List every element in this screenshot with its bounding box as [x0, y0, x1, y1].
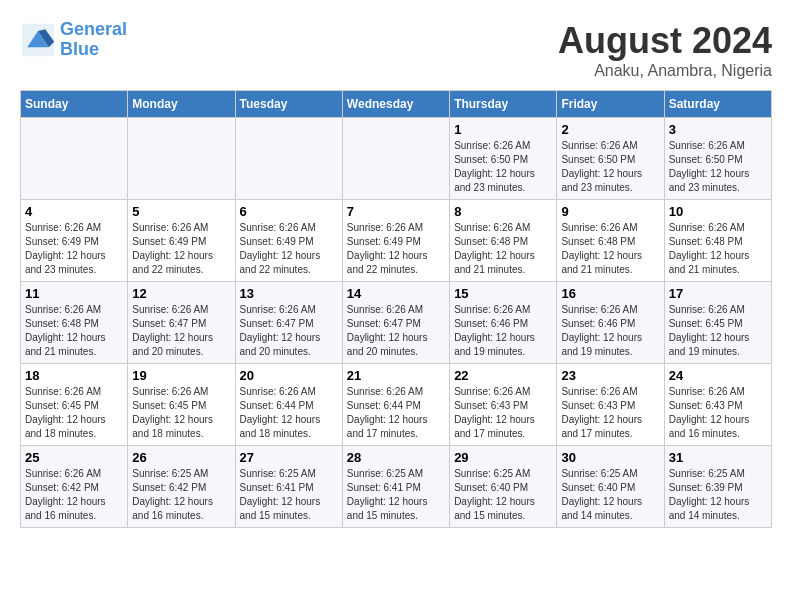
- day-number: 25: [25, 450, 123, 465]
- day-info: Sunrise: 6:25 AM Sunset: 6:41 PM Dayligh…: [240, 467, 338, 523]
- calendar-table: SundayMondayTuesdayWednesdayThursdayFrid…: [20, 90, 772, 528]
- day-number: 2: [561, 122, 659, 137]
- day-cell: 10Sunrise: 6:26 AM Sunset: 6:48 PM Dayli…: [664, 200, 771, 282]
- day-number: 29: [454, 450, 552, 465]
- day-cell: 18Sunrise: 6:26 AM Sunset: 6:45 PM Dayli…: [21, 364, 128, 446]
- day-number: 12: [132, 286, 230, 301]
- day-number: 10: [669, 204, 767, 219]
- day-info: Sunrise: 6:26 AM Sunset: 6:48 PM Dayligh…: [25, 303, 123, 359]
- day-cell: 19Sunrise: 6:26 AM Sunset: 6:45 PM Dayli…: [128, 364, 235, 446]
- day-number: 3: [669, 122, 767, 137]
- day-cell: 13Sunrise: 6:26 AM Sunset: 6:47 PM Dayli…: [235, 282, 342, 364]
- day-number: 23: [561, 368, 659, 383]
- day-cell: 31Sunrise: 6:25 AM Sunset: 6:39 PM Dayli…: [664, 446, 771, 528]
- day-number: 27: [240, 450, 338, 465]
- main-title: August 2024: [558, 20, 772, 62]
- day-info: Sunrise: 6:26 AM Sunset: 6:44 PM Dayligh…: [347, 385, 445, 441]
- day-cell: [235, 118, 342, 200]
- week-row-5: 25Sunrise: 6:26 AM Sunset: 6:42 PM Dayli…: [21, 446, 772, 528]
- day-cell: 23Sunrise: 6:26 AM Sunset: 6:43 PM Dayli…: [557, 364, 664, 446]
- day-cell: [342, 118, 449, 200]
- day-info: Sunrise: 6:26 AM Sunset: 6:49 PM Dayligh…: [347, 221, 445, 277]
- day-info: Sunrise: 6:26 AM Sunset: 6:46 PM Dayligh…: [454, 303, 552, 359]
- day-number: 15: [454, 286, 552, 301]
- week-row-2: 4Sunrise: 6:26 AM Sunset: 6:49 PM Daylig…: [21, 200, 772, 282]
- week-row-4: 18Sunrise: 6:26 AM Sunset: 6:45 PM Dayli…: [21, 364, 772, 446]
- header-row: SundayMondayTuesdayWednesdayThursdayFrid…: [21, 91, 772, 118]
- column-header-saturday: Saturday: [664, 91, 771, 118]
- column-header-wednesday: Wednesday: [342, 91, 449, 118]
- day-cell: 30Sunrise: 6:25 AM Sunset: 6:40 PM Dayli…: [557, 446, 664, 528]
- day-number: 20: [240, 368, 338, 383]
- day-number: 24: [669, 368, 767, 383]
- column-header-friday: Friday: [557, 91, 664, 118]
- day-info: Sunrise: 6:26 AM Sunset: 6:48 PM Dayligh…: [561, 221, 659, 277]
- day-cell: 3Sunrise: 6:26 AM Sunset: 6:50 PM Daylig…: [664, 118, 771, 200]
- day-cell: 11Sunrise: 6:26 AM Sunset: 6:48 PM Dayli…: [21, 282, 128, 364]
- day-cell: 7Sunrise: 6:26 AM Sunset: 6:49 PM Daylig…: [342, 200, 449, 282]
- day-number: 17: [669, 286, 767, 301]
- day-info: Sunrise: 6:26 AM Sunset: 6:43 PM Dayligh…: [669, 385, 767, 441]
- day-cell: 26Sunrise: 6:25 AM Sunset: 6:42 PM Dayli…: [128, 446, 235, 528]
- day-number: 19: [132, 368, 230, 383]
- day-info: Sunrise: 6:26 AM Sunset: 6:45 PM Dayligh…: [669, 303, 767, 359]
- day-cell: 25Sunrise: 6:26 AM Sunset: 6:42 PM Dayli…: [21, 446, 128, 528]
- column-header-sunday: Sunday: [21, 91, 128, 118]
- day-cell: 2Sunrise: 6:26 AM Sunset: 6:50 PM Daylig…: [557, 118, 664, 200]
- day-cell: [128, 118, 235, 200]
- day-info: Sunrise: 6:26 AM Sunset: 6:42 PM Dayligh…: [25, 467, 123, 523]
- day-info: Sunrise: 6:26 AM Sunset: 6:50 PM Dayligh…: [454, 139, 552, 195]
- day-number: 30: [561, 450, 659, 465]
- day-info: Sunrise: 6:25 AM Sunset: 6:39 PM Dayligh…: [669, 467, 767, 523]
- day-info: Sunrise: 6:25 AM Sunset: 6:41 PM Dayligh…: [347, 467, 445, 523]
- day-cell: 24Sunrise: 6:26 AM Sunset: 6:43 PM Dayli…: [664, 364, 771, 446]
- column-header-monday: Monday: [128, 91, 235, 118]
- day-number: 9: [561, 204, 659, 219]
- day-info: Sunrise: 6:26 AM Sunset: 6:48 PM Dayligh…: [669, 221, 767, 277]
- column-header-tuesday: Tuesday: [235, 91, 342, 118]
- day-cell: 5Sunrise: 6:26 AM Sunset: 6:49 PM Daylig…: [128, 200, 235, 282]
- day-cell: 6Sunrise: 6:26 AM Sunset: 6:49 PM Daylig…: [235, 200, 342, 282]
- day-number: 8: [454, 204, 552, 219]
- day-info: Sunrise: 6:26 AM Sunset: 6:50 PM Dayligh…: [669, 139, 767, 195]
- day-info: Sunrise: 6:26 AM Sunset: 6:46 PM Dayligh…: [561, 303, 659, 359]
- day-cell: 15Sunrise: 6:26 AM Sunset: 6:46 PM Dayli…: [450, 282, 557, 364]
- day-info: Sunrise: 6:26 AM Sunset: 6:50 PM Dayligh…: [561, 139, 659, 195]
- day-cell: 14Sunrise: 6:26 AM Sunset: 6:47 PM Dayli…: [342, 282, 449, 364]
- day-number: 18: [25, 368, 123, 383]
- day-cell: 12Sunrise: 6:26 AM Sunset: 6:47 PM Dayli…: [128, 282, 235, 364]
- day-number: 1: [454, 122, 552, 137]
- page-header: General Blue August 2024 Anaku, Anambra,…: [20, 20, 772, 80]
- day-info: Sunrise: 6:26 AM Sunset: 6:43 PM Dayligh…: [561, 385, 659, 441]
- title-block: August 2024 Anaku, Anambra, Nigeria: [558, 20, 772, 80]
- day-number: 31: [669, 450, 767, 465]
- day-info: Sunrise: 6:26 AM Sunset: 6:48 PM Dayligh…: [454, 221, 552, 277]
- day-info: Sunrise: 6:26 AM Sunset: 6:49 PM Dayligh…: [240, 221, 338, 277]
- day-cell: [21, 118, 128, 200]
- day-info: Sunrise: 6:26 AM Sunset: 6:47 PM Dayligh…: [347, 303, 445, 359]
- week-row-1: 1Sunrise: 6:26 AM Sunset: 6:50 PM Daylig…: [21, 118, 772, 200]
- day-number: 22: [454, 368, 552, 383]
- logo: General Blue: [20, 20, 127, 60]
- day-info: Sunrise: 6:26 AM Sunset: 6:45 PM Dayligh…: [132, 385, 230, 441]
- day-number: 21: [347, 368, 445, 383]
- day-number: 4: [25, 204, 123, 219]
- day-number: 7: [347, 204, 445, 219]
- day-cell: 21Sunrise: 6:26 AM Sunset: 6:44 PM Dayli…: [342, 364, 449, 446]
- day-number: 5: [132, 204, 230, 219]
- day-info: Sunrise: 6:25 AM Sunset: 6:40 PM Dayligh…: [561, 467, 659, 523]
- day-info: Sunrise: 6:25 AM Sunset: 6:40 PM Dayligh…: [454, 467, 552, 523]
- day-info: Sunrise: 6:26 AM Sunset: 6:43 PM Dayligh…: [454, 385, 552, 441]
- day-cell: 9Sunrise: 6:26 AM Sunset: 6:48 PM Daylig…: [557, 200, 664, 282]
- day-cell: 20Sunrise: 6:26 AM Sunset: 6:44 PM Dayli…: [235, 364, 342, 446]
- logo-icon: [20, 22, 56, 58]
- day-cell: 22Sunrise: 6:26 AM Sunset: 6:43 PM Dayli…: [450, 364, 557, 446]
- day-info: Sunrise: 6:26 AM Sunset: 6:45 PM Dayligh…: [25, 385, 123, 441]
- day-number: 16: [561, 286, 659, 301]
- day-number: 28: [347, 450, 445, 465]
- day-number: 13: [240, 286, 338, 301]
- day-cell: 29Sunrise: 6:25 AM Sunset: 6:40 PM Dayli…: [450, 446, 557, 528]
- day-cell: 28Sunrise: 6:25 AM Sunset: 6:41 PM Dayli…: [342, 446, 449, 528]
- day-number: 11: [25, 286, 123, 301]
- day-info: Sunrise: 6:26 AM Sunset: 6:49 PM Dayligh…: [132, 221, 230, 277]
